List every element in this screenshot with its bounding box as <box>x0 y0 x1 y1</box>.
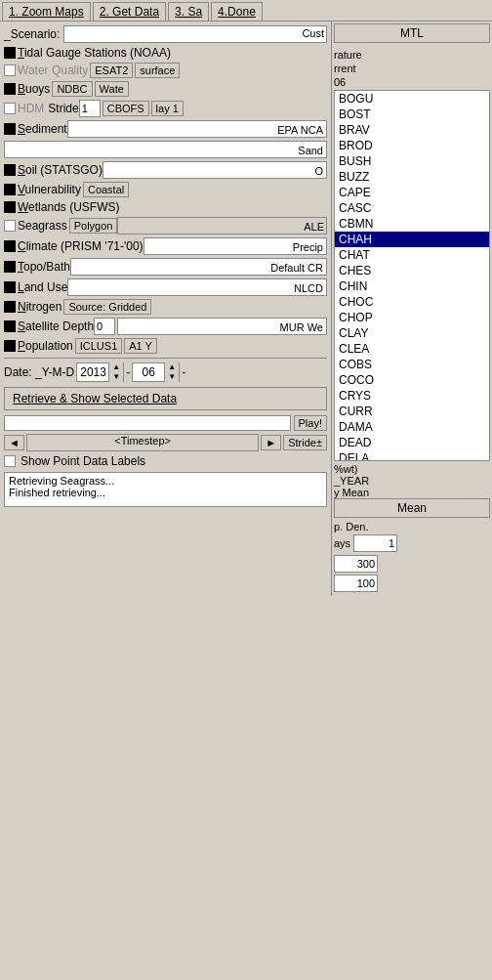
list-item-cbmn[interactable]: CBMN <box>335 216 489 232</box>
satellite-row: Satellite Depth MUR We <box>4 318 327 335</box>
year-value[interactable]: 2013 <box>77 364 108 380</box>
list-item-chin[interactable]: CHIN <box>335 278 489 294</box>
year-spinner: ▲ ▼ <box>108 362 123 382</box>
list-item-choc[interactable]: CHOC <box>335 294 489 310</box>
tab-get-data[interactable]: 2. Get Data <box>93 2 166 21</box>
polygon-btn[interactable]: Polygon <box>69 218 118 234</box>
val100-input[interactable] <box>334 575 378 592</box>
year-down-btn[interactable]: ▼ <box>109 372 123 382</box>
buoys-checkbox[interactable] <box>4 83 16 95</box>
list-item-bost[interactable]: BOST <box>335 107 489 122</box>
list-item-crys[interactable]: CRYS <box>335 388 489 404</box>
nitrogen-row: Nitrogen Source: Gridded <box>4 299 327 315</box>
coastal-btn[interactable]: Coastal <box>83 182 129 197</box>
water-quality-label: Water Quality <box>18 64 88 77</box>
satellite-checkbox[interactable] <box>4 320 16 332</box>
climate-checkbox[interactable] <box>4 240 16 252</box>
val300-input[interactable] <box>334 555 378 573</box>
landuse-checkbox[interactable] <box>4 281 16 293</box>
right-panel: MTL rature rrent 06 BOGU BOST BRAV BROD … <box>332 21 492 596</box>
list-item-dama[interactable]: DAMA <box>335 419 489 435</box>
list-item-dela[interactable]: DELA <box>335 450 489 461</box>
list-item-coco[interactable]: COCO <box>335 372 489 388</box>
list-item-ches[interactable]: CHES <box>335 263 489 278</box>
month-spinner: ▲ ▼ <box>164 362 179 382</box>
prev-timestep-btn[interactable]: ◄ <box>4 435 24 450</box>
list-item-clay[interactable]: CLAY <box>335 325 489 341</box>
soil-checkbox[interactable] <box>4 164 16 176</box>
sand-row: Sand <box>4 141 327 158</box>
surface-btn[interactable]: surface <box>135 63 180 78</box>
month-value[interactable]: 06 <box>133 364 164 380</box>
list-item-brod[interactable]: BROD <box>335 138 489 153</box>
mtl-btn[interactable]: MTL <box>334 23 490 43</box>
sep1 <box>4 358 327 359</box>
iclus1-btn[interactable]: ICLUS1 <box>75 338 123 354</box>
sediment-checkbox[interactable] <box>4 123 16 135</box>
sediment-value: EPA NCA <box>67 120 327 138</box>
source-gridded-btn[interactable]: Source: Gridded <box>63 299 151 315</box>
show-labels-checkbox[interactable] <box>4 455 16 467</box>
lay-btn[interactable]: lay 1 <box>151 101 184 116</box>
days-input[interactable] <box>353 534 397 552</box>
tab-zoom-maps[interactable]: 1. Zoom Maps <box>2 2 91 21</box>
date-dash2: - <box>182 365 185 379</box>
month-down-btn[interactable]: ▼ <box>165 372 179 382</box>
list-item-clea[interactable]: CLEA <box>335 341 489 357</box>
climate-label: Climate (PRISM '71-'00) <box>18 239 144 253</box>
play-button[interactable]: Play! <box>294 415 327 431</box>
timestep-label: <Timestep> <box>114 435 171 447</box>
status-bar: Retrieving Seagrass... Finished retrievi… <box>4 472 327 507</box>
list-item-bush[interactable]: BUSH <box>335 153 489 169</box>
list-item-cobs[interactable]: COBS <box>335 357 489 372</box>
list-item-cape[interactable]: CAPE <box>335 185 489 200</box>
satellite-depth-input[interactable] <box>94 318 115 335</box>
wetlands-checkbox[interactable] <box>4 201 16 213</box>
nitrogen-label: Nitrogen <box>18 300 62 314</box>
list-item-chah[interactable]: CHAH <box>335 232 489 247</box>
ndbc-btn[interactable]: NDBC <box>52 81 92 97</box>
left-panel: _Scenario: Cust Tidal Gauge Stations (NO… <box>0 21 332 596</box>
stride-input[interactable] <box>79 100 101 117</box>
hdm-checkbox[interactable] <box>4 103 16 114</box>
retrieve-btn[interactable]: Retrieve & Show Selected Data <box>4 387 327 410</box>
list-item-buzz[interactable]: BUZZ <box>335 169 489 185</box>
buoys-row: Buoys NDBC Wate <box>4 81 327 97</box>
list-item-dead[interactable]: DEAD <box>335 435 489 450</box>
month-up-btn[interactable]: ▲ <box>165 362 179 372</box>
nitrogen-checkbox[interactable] <box>4 301 16 313</box>
list-item-curr[interactable]: CURR <box>335 404 489 419</box>
water-quality-checkbox[interactable] <box>4 64 16 76</box>
list-item-brav[interactable]: BRAV <box>335 122 489 138</box>
list-item-casc[interactable]: CASC <box>335 200 489 216</box>
population-checkbox[interactable] <box>4 340 16 352</box>
next-timestep-btn[interactable]: ► <box>261 435 281 450</box>
show-labels-row: Show Point Data Labels <box>4 454 327 468</box>
list-item-chop[interactable]: CHOP <box>335 310 489 325</box>
list-item-bogu[interactable]: BOGU <box>335 91 489 107</box>
water-btn[interactable]: Wate <box>95 81 129 97</box>
mean-box: Mean <box>334 498 490 518</box>
play-progress-bar <box>4 415 291 431</box>
topobath-label: Topo/Bath <box>18 260 70 274</box>
year-up-btn[interactable]: ▲ <box>109 362 123 372</box>
timestep-field: <Timestep> <box>26 434 259 451</box>
climate-value: Precip <box>144 237 327 255</box>
station-list[interactable]: BOGU BOST BRAV BROD BUSH BUZZ CAPE CASC … <box>334 90 490 461</box>
vuln-checkbox[interactable] <box>4 184 16 195</box>
tab-scenario[interactable]: 3. Sa <box>168 2 209 21</box>
soil-value: O <box>102 161 327 179</box>
list-item-chat[interactable]: CHAT <box>335 247 489 263</box>
tidal-gauge-label: Tidal Gauge Stations (NOAA) <box>18 46 171 60</box>
topobath-checkbox[interactable] <box>4 261 16 273</box>
tidal-gauge-checkbox[interactable] <box>4 47 16 59</box>
cbofs-btn[interactable]: CBOFS <box>102 101 149 116</box>
vuln-label: Vulnerability <box>18 183 81 196</box>
esat2-btn[interactable]: ESAT2 <box>90 63 133 78</box>
tab-bar: 1. Zoom Maps 2. Get Data 3. Sa 4.Done <box>0 0 492 21</box>
stride-plus-btn[interactable]: Stride± <box>283 435 327 450</box>
seagrass-checkbox[interactable] <box>4 220 16 232</box>
population-label: Population <box>18 339 73 353</box>
a1y-btn[interactable]: A1 Y <box>124 338 157 354</box>
tab-done[interactable]: 4.Done <box>211 2 263 21</box>
